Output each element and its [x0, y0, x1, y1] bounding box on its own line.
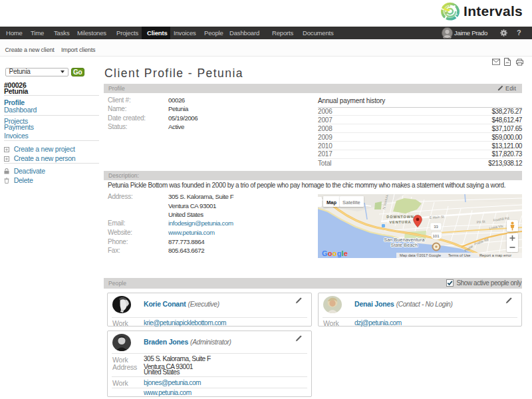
svg-text:o: o: [332, 249, 337, 257]
svg-text:VENTURA: VENTURA: [390, 220, 412, 224]
svg-text:Satellite: Satellite: [342, 199, 360, 205]
svg-text:Report a map error: Report a map error: [479, 253, 511, 257]
svg-text:G: G: [322, 249, 327, 257]
svg-text:o: o: [328, 249, 332, 257]
svg-text:101: 101: [432, 234, 440, 238]
svg-text:State Beach: State Beach: [391, 243, 418, 247]
svg-text:e: e: [344, 249, 348, 257]
svg-text:g: g: [337, 249, 341, 257]
svg-text:DOWNTOWN: DOWNTOWN: [386, 215, 414, 219]
svg-text:Map: Map: [327, 199, 336, 205]
svg-text:33: 33: [434, 225, 438, 229]
svg-text:San Buenaventura: San Buenaventura: [384, 237, 424, 242]
svg-text:Map data ©2017 Google: Map data ©2017 Google: [400, 253, 441, 257]
svg-text:Terms of Use: Terms of Use: [448, 253, 471, 257]
